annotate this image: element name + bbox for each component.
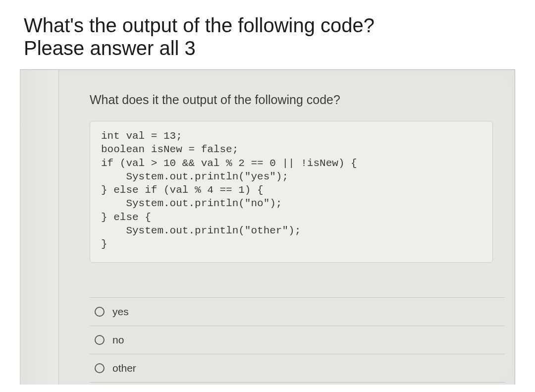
- worksheet-panel: What does it the output of the following…: [20, 69, 515, 385]
- option-yes[interactable]: yes: [90, 297, 505, 326]
- radio-icon: [95, 363, 105, 373]
- radio-icon: [95, 307, 105, 317]
- title-line-1: What's the output of the following code?: [24, 14, 511, 37]
- option-label: no: [112, 334, 124, 346]
- title-line-2: Please answer all 3: [24, 37, 511, 59]
- option-no[interactable]: no: [90, 326, 505, 354]
- option-label: yes: [112, 306, 129, 318]
- option-label: other: [112, 362, 136, 374]
- page-title-area: What's the output of the following code?…: [0, 0, 535, 69]
- radio-icon: [95, 335, 105, 345]
- question-prompt: What does it the output of the following…: [90, 93, 505, 107]
- question-content: What does it the output of the following…: [90, 93, 505, 385]
- options-list: yes no other: [90, 297, 505, 383]
- option-other[interactable]: other: [90, 354, 505, 383]
- worksheet-binding-strip: [20, 70, 59, 385]
- code-box: int val = 13; boolean isNew = false; if …: [90, 121, 493, 263]
- code-snippet: int val = 13; boolean isNew = false; if …: [101, 129, 482, 251]
